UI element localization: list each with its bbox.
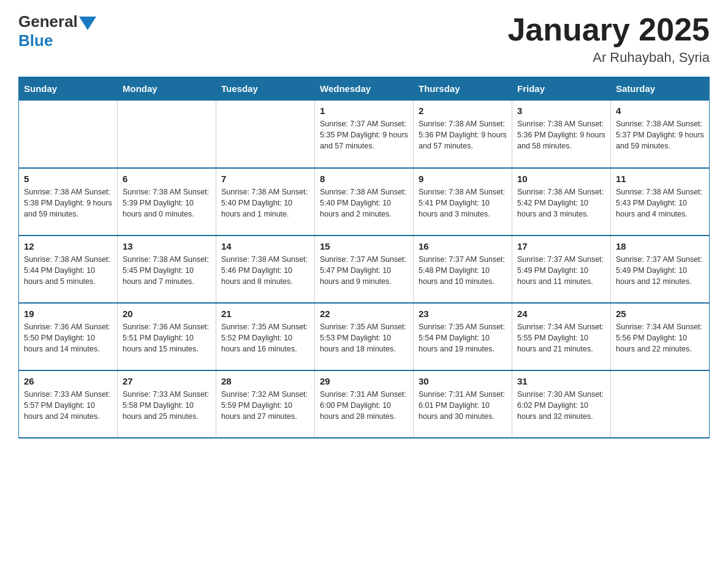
calendar-cell: 10Sunrise: 7:38 AM Sunset: 5:42 PM Dayli… bbox=[512, 168, 611, 236]
day-number: 7 bbox=[221, 174, 309, 184]
day-info: Sunrise: 7:36 AM Sunset: 5:51 PM Dayligh… bbox=[123, 321, 211, 354]
day-info: Sunrise: 7:38 AM Sunset: 5:37 PM Dayligh… bbox=[616, 118, 704, 151]
calendar-cell: 1Sunrise: 7:37 AM Sunset: 5:35 PM Daylig… bbox=[315, 101, 414, 168]
day-number: 18 bbox=[616, 241, 704, 251]
day-number: 27 bbox=[123, 376, 211, 386]
day-number: 3 bbox=[517, 105, 605, 116]
calendar-cell: 28Sunrise: 7:32 AM Sunset: 5:59 PM Dayli… bbox=[216, 370, 315, 438]
day-number: 4 bbox=[616, 105, 704, 116]
day-number: 21 bbox=[221, 308, 309, 319]
calendar-cell: 17Sunrise: 7:37 AM Sunset: 5:49 PM Dayli… bbox=[512, 236, 611, 303]
day-info: Sunrise: 7:38 AM Sunset: 5:36 PM Dayligh… bbox=[419, 118, 507, 151]
calendar-cell: 6Sunrise: 7:38 AM Sunset: 5:39 PM Daylig… bbox=[118, 168, 216, 236]
day-info: Sunrise: 7:38 AM Sunset: 5:42 PM Dayligh… bbox=[517, 186, 605, 220]
day-number: 26 bbox=[24, 376, 112, 386]
logo-triangle-icon bbox=[79, 17, 96, 30]
calendar-cell: 21Sunrise: 7:35 AM Sunset: 5:52 PM Dayli… bbox=[216, 303, 315, 370]
week-row-3: 12Sunrise: 7:38 AM Sunset: 5:44 PM Dayli… bbox=[19, 236, 710, 303]
day-number: 31 bbox=[517, 376, 605, 386]
calendar-title: January 2025 bbox=[507, 12, 710, 47]
day-info: Sunrise: 7:31 AM Sunset: 6:01 PM Dayligh… bbox=[419, 389, 507, 422]
weekday-header-saturday: Saturday bbox=[611, 77, 710, 101]
day-info: Sunrise: 7:30 AM Sunset: 6:02 PM Dayligh… bbox=[517, 389, 605, 422]
day-info: Sunrise: 7:37 AM Sunset: 5:47 PM Dayligh… bbox=[320, 254, 408, 287]
calendar-cell: 24Sunrise: 7:34 AM Sunset: 5:55 PM Dayli… bbox=[512, 303, 611, 370]
weekday-header-wednesday: Wednesday bbox=[315, 77, 414, 101]
calendar-cell: 29Sunrise: 7:31 AM Sunset: 6:00 PM Dayli… bbox=[315, 370, 414, 438]
weekday-header-row: SundayMondayTuesdayWednesdayThursdayFrid… bbox=[19, 77, 710, 101]
day-number: 9 bbox=[419, 174, 507, 184]
week-row-1: 1Sunrise: 7:37 AM Sunset: 5:35 PM Daylig… bbox=[19, 101, 710, 168]
day-info: Sunrise: 7:38 AM Sunset: 5:45 PM Dayligh… bbox=[123, 254, 211, 287]
calendar-cell bbox=[118, 101, 216, 168]
day-number: 28 bbox=[221, 376, 309, 386]
logo-blue-text: Blue bbox=[18, 31, 53, 50]
calendar-cell: 26Sunrise: 7:33 AM Sunset: 5:57 PM Dayli… bbox=[19, 370, 118, 438]
day-info: Sunrise: 7:35 AM Sunset: 5:52 PM Dayligh… bbox=[221, 321, 309, 354]
weekday-header-monday: Monday bbox=[118, 77, 216, 101]
calendar-cell: 16Sunrise: 7:37 AM Sunset: 5:48 PM Dayli… bbox=[414, 236, 512, 303]
calendar-cell bbox=[216, 101, 315, 168]
week-row-4: 19Sunrise: 7:36 AM Sunset: 5:50 PM Dayli… bbox=[19, 303, 710, 370]
day-number: 1 bbox=[320, 105, 408, 116]
day-info: Sunrise: 7:35 AM Sunset: 5:53 PM Dayligh… bbox=[320, 321, 408, 354]
day-number: 10 bbox=[517, 174, 605, 184]
day-number: 25 bbox=[616, 308, 704, 319]
day-info: Sunrise: 7:34 AM Sunset: 5:56 PM Dayligh… bbox=[616, 321, 704, 354]
day-number: 19 bbox=[24, 308, 112, 319]
day-info: Sunrise: 7:31 AM Sunset: 6:00 PM Dayligh… bbox=[320, 389, 408, 422]
calendar-cell: 31Sunrise: 7:30 AM Sunset: 6:02 PM Dayli… bbox=[512, 370, 611, 438]
day-info: Sunrise: 7:38 AM Sunset: 5:40 PM Dayligh… bbox=[320, 186, 408, 220]
day-info: Sunrise: 7:32 AM Sunset: 5:59 PM Dayligh… bbox=[221, 389, 309, 422]
day-info: Sunrise: 7:38 AM Sunset: 5:41 PM Dayligh… bbox=[419, 186, 507, 220]
day-info: Sunrise: 7:33 AM Sunset: 5:58 PM Dayligh… bbox=[123, 389, 211, 422]
weekday-header-thursday: Thursday bbox=[414, 77, 512, 101]
day-number: 12 bbox=[24, 241, 112, 251]
calendar-cell: 13Sunrise: 7:38 AM Sunset: 5:45 PM Dayli… bbox=[118, 236, 216, 303]
calendar-cell: 4Sunrise: 7:38 AM Sunset: 5:37 PM Daylig… bbox=[611, 101, 710, 168]
calendar-subtitle: Ar Ruhaybah, Syria bbox=[507, 50, 710, 66]
weekday-header-tuesday: Tuesday bbox=[216, 77, 315, 101]
day-info: Sunrise: 7:36 AM Sunset: 5:50 PM Dayligh… bbox=[24, 321, 112, 354]
day-info: Sunrise: 7:38 AM Sunset: 5:39 PM Dayligh… bbox=[123, 186, 211, 220]
calendar-table: SundayMondayTuesdayWednesdayThursdayFrid… bbox=[18, 77, 710, 439]
calendar-cell: 15Sunrise: 7:37 AM Sunset: 5:47 PM Dayli… bbox=[315, 236, 414, 303]
day-number: 14 bbox=[221, 241, 309, 251]
calendar-cell: 22Sunrise: 7:35 AM Sunset: 5:53 PM Dayli… bbox=[315, 303, 414, 370]
calendar-cell: 30Sunrise: 7:31 AM Sunset: 6:01 PM Dayli… bbox=[414, 370, 512, 438]
title-area: January 2025 Ar Ruhaybah, Syria bbox=[507, 12, 710, 66]
calendar-cell: 27Sunrise: 7:33 AM Sunset: 5:58 PM Dayli… bbox=[118, 370, 216, 438]
day-info: Sunrise: 7:37 AM Sunset: 5:48 PM Dayligh… bbox=[419, 254, 507, 287]
day-info: Sunrise: 7:38 AM Sunset: 5:36 PM Dayligh… bbox=[517, 118, 605, 151]
day-info: Sunrise: 7:38 AM Sunset: 5:44 PM Dayligh… bbox=[24, 254, 112, 287]
calendar-cell: 12Sunrise: 7:38 AM Sunset: 5:44 PM Dayli… bbox=[19, 236, 118, 303]
day-number: 29 bbox=[320, 376, 408, 386]
calendar-cell: 2Sunrise: 7:38 AM Sunset: 5:36 PM Daylig… bbox=[414, 101, 512, 168]
calendar-cell: 5Sunrise: 7:38 AM Sunset: 5:38 PM Daylig… bbox=[19, 168, 118, 236]
logo-general-text: General bbox=[18, 12, 78, 31]
day-number: 8 bbox=[320, 174, 408, 184]
day-number: 2 bbox=[419, 105, 507, 116]
day-number: 20 bbox=[123, 308, 211, 319]
calendar-cell bbox=[611, 370, 710, 438]
day-info: Sunrise: 7:38 AM Sunset: 5:46 PM Dayligh… bbox=[221, 254, 309, 287]
day-info: Sunrise: 7:38 AM Sunset: 5:38 PM Dayligh… bbox=[24, 186, 112, 220]
day-number: 22 bbox=[320, 308, 408, 319]
calendar-cell: 14Sunrise: 7:38 AM Sunset: 5:46 PM Dayli… bbox=[216, 236, 315, 303]
day-number: 5 bbox=[24, 174, 112, 184]
calendar-cell: 25Sunrise: 7:34 AM Sunset: 5:56 PM Dayli… bbox=[611, 303, 710, 370]
day-info: Sunrise: 7:35 AM Sunset: 5:54 PM Dayligh… bbox=[419, 321, 507, 354]
header: General Blue January 2025 Ar Ruhaybah, S… bbox=[18, 12, 710, 66]
calendar-cell: 11Sunrise: 7:38 AM Sunset: 5:43 PM Dayli… bbox=[611, 168, 710, 236]
calendar-cell: 18Sunrise: 7:37 AM Sunset: 5:49 PM Dayli… bbox=[611, 236, 710, 303]
day-info: Sunrise: 7:37 AM Sunset: 5:49 PM Dayligh… bbox=[517, 254, 605, 287]
calendar-cell bbox=[19, 101, 118, 168]
calendar-cell: 20Sunrise: 7:36 AM Sunset: 5:51 PM Dayli… bbox=[118, 303, 216, 370]
day-number: 15 bbox=[320, 241, 408, 251]
day-number: 24 bbox=[517, 308, 605, 319]
weekday-header-sunday: Sunday bbox=[19, 77, 118, 101]
day-number: 23 bbox=[419, 308, 507, 319]
day-info: Sunrise: 7:38 AM Sunset: 5:43 PM Dayligh… bbox=[616, 186, 704, 220]
day-info: Sunrise: 7:33 AM Sunset: 5:57 PM Dayligh… bbox=[24, 389, 112, 422]
day-number: 11 bbox=[616, 174, 704, 184]
